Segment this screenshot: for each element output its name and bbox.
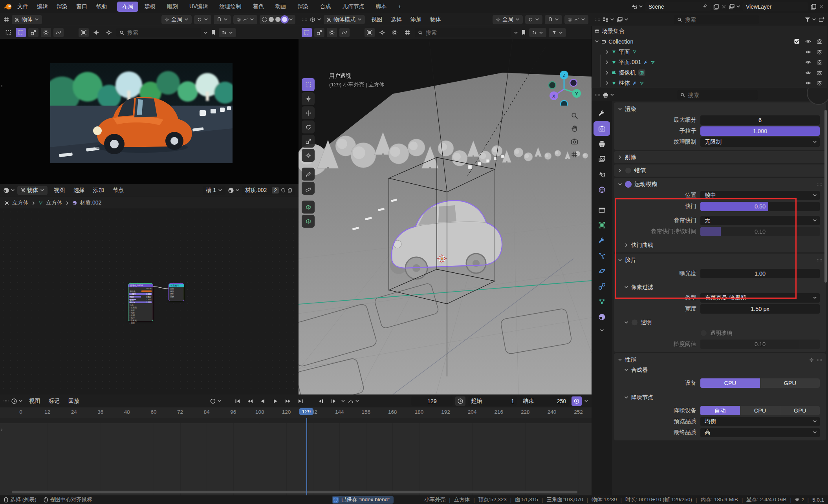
properties-tab-view-layer[interactable] <box>594 152 610 166</box>
rendered-view-canvas[interactable]: › <box>0 39 299 184</box>
select-tweak-icon[interactable] <box>302 28 312 37</box>
next-keyframe-button[interactable] <box>283 396 293 406</box>
snap-dropdown[interactable] <box>214 15 231 24</box>
outliner-row-摄像机[interactable]: 摄像机 <box>592 68 828 78</box>
outliner-row-scene-collection[interactable]: 场景集合 <box>592 26 828 37</box>
viewport-menu-1[interactable]: 选择 <box>387 15 406 24</box>
viewlayer-selector[interactable]: ViewLayer <box>742 2 808 11</box>
keying-set-button[interactable] <box>572 396 582 406</box>
orientation-dropdown[interactable]: 全局 <box>493 15 523 24</box>
material-ball-icon[interactable] <box>352 28 362 37</box>
select-circle-icon[interactable] <box>327 28 337 37</box>
ortho-toggle-icon[interactable] <box>571 151 578 158</box>
shader-type-dropdown[interactable]: 物体 <box>17 186 48 195</box>
frame-start-field[interactable]: 起始1 <box>468 396 517 406</box>
collapse-icon[interactable] <box>203 31 208 35</box>
prev-keyframe-button[interactable] <box>245 396 255 406</box>
denoise-device-GPU[interactable]: GPU <box>780 406 820 415</box>
bookmark-icon[interactable] <box>520 29 527 36</box>
active-tool-icon[interactable] <box>3 28 13 37</box>
workspace-tab-几何节点[interactable]: 几何节点 <box>337 2 369 12</box>
workspace-tab-动画[interactable]: 动画 <box>270 2 291 12</box>
node-panel[interactable]: › 自发光 <box>128 319 153 322</box>
properties-scrollbar[interactable] <box>824 110 827 283</box>
outliner-row-平面[interactable]: 平面 <box>592 47 828 57</box>
properties-tab-collection[interactable] <box>594 203 610 217</box>
add-workspace-tab[interactable]: + <box>393 2 406 11</box>
transparent-glass-row[interactable]: 透明玻璃 <box>700 330 820 337</box>
node-panel[interactable]: › 透射 <box>128 311 153 314</box>
search-input[interactable] <box>684 16 729 23</box>
frame-forward-button[interactable] <box>328 396 339 406</box>
pivot-dropdown[interactable] <box>525 15 542 24</box>
shader-menu-3[interactable]: 节点 <box>109 186 128 195</box>
search-input[interactable] <box>425 29 470 36</box>
use-preview-range-icon[interactable] <box>455 396 465 406</box>
sidebar-toggle-icon[interactable]: › <box>1 82 3 89</box>
xray-icon[interactable] <box>402 28 412 37</box>
workspace-tab-布局[interactable]: 布局 <box>117 2 138 12</box>
viewport-menu-2[interactable]: 添加 <box>407 15 425 24</box>
properties-tab-physics[interactable] <box>594 264 610 278</box>
topbar-menu-4[interactable]: 帮助 <box>92 2 111 11</box>
tool-measure[interactable] <box>302 182 315 195</box>
shutter-curve-subpanel[interactable]: 快门曲线 <box>614 240 826 250</box>
node-panel[interactable]: › 高光 <box>128 309 153 312</box>
snap-dropdown[interactable] <box>545 15 562 24</box>
object-visibility-icon[interactable] <box>365 28 375 37</box>
search-input[interactable] <box>687 91 732 99</box>
editor-type-3d-icon[interactable] <box>310 16 321 23</box>
material-output-node[interactable]: 材质输出 全部⌄ 表面体积置换 <box>169 284 184 301</box>
select-mode-lasso-icon[interactable] <box>53 28 64 37</box>
topbar-menu-0[interactable]: 文件 <box>13 2 32 11</box>
properties-tab-world[interactable] <box>594 183 610 197</box>
filter-width-field[interactable]: 1.50 px <box>700 304 820 314</box>
copy-icon[interactable] <box>288 188 292 193</box>
solid-shading-icon[interactable] <box>269 17 274 22</box>
overlays-dropdown[interactable] <box>219 28 236 37</box>
pixel-filter-subpanel[interactable]: 像素过滤 <box>614 282 826 292</box>
play-button[interactable] <box>270 396 280 406</box>
transparent-checkbox[interactable] <box>631 319 638 326</box>
breadcrumb-object[interactable]: 立方体 <box>12 199 29 206</box>
node-canvas[interactable]: 原理化 BSDF BSDF 基础色 金属度0.000 糙度0.500 折射率1.… <box>0 208 299 394</box>
bookmark-icon[interactable] <box>210 29 216 36</box>
viewlayer-datablock-icon[interactable] <box>729 4 740 10</box>
child-particles-slider[interactable]: 1.000 <box>700 126 820 136</box>
workspace-tab-雕刻[interactable]: 雕刻 <box>162 2 183 12</box>
delete-scene-icon[interactable] <box>721 4 727 9</box>
tool-scale[interactable] <box>302 135 315 148</box>
visibility-toggle-icon[interactable] <box>79 28 89 37</box>
compositor-device-GPU[interactable]: GPU <box>760 378 820 388</box>
final-quality-dropdown[interactable]: 高 <box>700 428 820 437</box>
select-mode-circle-icon[interactable] <box>41 28 51 37</box>
texture-limit-dropdown[interactable]: 无限制 <box>700 137 820 147</box>
channel-toggle-icon[interactable]: › <box>1 426 3 433</box>
navigation-gizmo[interactable]: Z Y X <box>546 69 582 106</box>
gizmo-toggle-icon[interactable] <box>104 28 114 37</box>
editor-type-outliner-icon[interactable] <box>603 16 614 23</box>
material-shading-icon[interactable] <box>275 17 280 22</box>
timeline-menu-0[interactable]: 视图 <box>25 396 44 406</box>
current-frame-field[interactable]: 129 <box>411 396 453 406</box>
mb-shutter-slider[interactable]: 0.50 <box>700 202 820 211</box>
viewport-canvas[interactable]: 用户透视 (129) 小车外壳 | 立方体 Z Y X <box>299 39 592 394</box>
workspace-tab-UV编辑[interactable]: UV编辑 <box>184 2 213 12</box>
breadcrumb-data[interactable]: 立方体 <box>46 199 62 206</box>
workspace-tab-脚本[interactable]: 脚本 <box>370 2 392 12</box>
topbar-menu-2[interactable]: 渲染 <box>53 2 71 11</box>
tool-add-cube[interactable] <box>302 201 315 214</box>
filter-type-dropdown[interactable]: 布莱克曼-哈里斯 <box>700 293 820 303</box>
editor-type-properties-icon[interactable] <box>603 92 614 98</box>
timeline-menu-1[interactable]: 标记 <box>45 396 64 406</box>
properties-tab-tool[interactable] <box>594 106 610 121</box>
playhead-line[interactable] <box>306 418 307 495</box>
play-reverse-button[interactable] <box>258 396 268 406</box>
transparent-subpanel[interactable]: 透明 <box>614 318 826 327</box>
denoise-subpanel[interactable]: 降噪节点 <box>614 393 826 402</box>
topbar-menu-1[interactable]: 编辑 <box>33 2 52 11</box>
panel-drag-icon[interactable] <box>817 258 822 262</box>
workspace-tab-着色[interactable]: 着色 <box>247 2 269 12</box>
frame-end-field[interactable]: 结束250 <box>520 396 569 406</box>
delete-viewlayer-icon[interactable] <box>819 4 824 9</box>
